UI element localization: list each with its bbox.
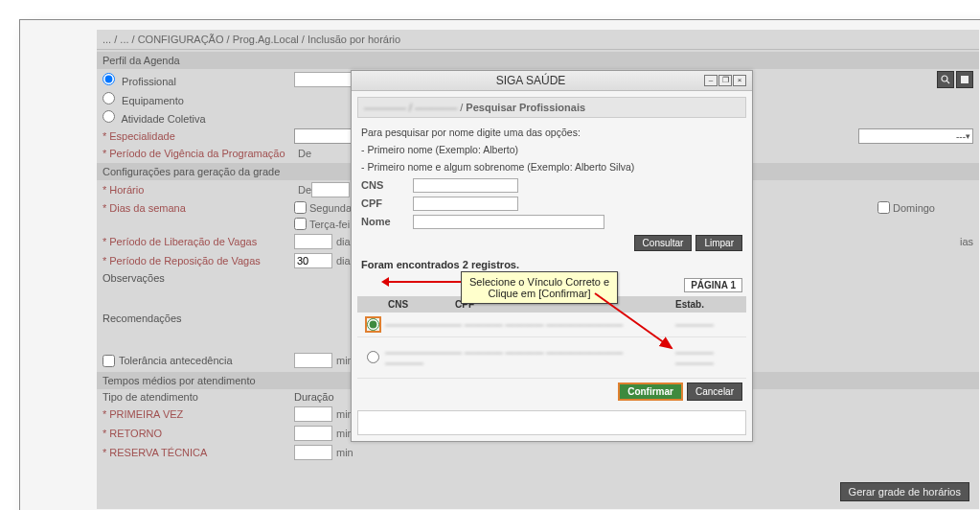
search-modal: SIGA SAÚDE – ❐ × ———— / ———— / ... / ...…	[351, 70, 753, 442]
result-radio-2[interactable]	[367, 351, 379, 363]
liberacao-label: Período de Liberação de Vagas	[109, 236, 257, 247]
list-icon[interactable]	[956, 71, 973, 88]
horario-de[interactable]	[311, 182, 350, 197]
found-text: Foram encontrados 2 registros.	[361, 259, 519, 270]
cancelar-button[interactable]: Cancelar	[687, 382, 742, 401]
reposicao-input[interactable]	[294, 253, 332, 268]
primeira-input[interactable]	[294, 406, 332, 422]
chk-domingo[interactable]	[877, 201, 890, 214]
minimize-icon[interactable]: –	[704, 75, 718, 86]
radio-atividade[interactable]	[103, 110, 115, 123]
section-perfil: Perfil da Agenda	[97, 52, 979, 69]
radio-atividade-label: Atividade Coletiva	[121, 113, 205, 125]
reserva-row: *RESERVA TÉCNICA min	[97, 443, 979, 462]
result-radio-1[interactable]	[367, 318, 379, 331]
svg-line-1	[946, 81, 949, 83]
chk-segunda[interactable]	[294, 201, 307, 214]
reserva-input[interactable]	[294, 445, 332, 460]
pagina-indicator[interactable]: PÁGINA 1	[684, 278, 742, 292]
chk-tolerancia[interactable]	[103, 355, 115, 367]
nome-row: Nome	[357, 213, 746, 231]
nome-input[interactable]	[413, 215, 604, 229]
modal-titlebar: SIGA SAÚDE – ❐ ×	[352, 71, 752, 91]
dias-label: Dias da semana	[109, 202, 186, 214]
breadcrumb: ... / ... / CONFIGURAÇÃO / Prog.Ag.Local…	[97, 30, 979, 50]
reposicao-label: Período de Reposição de Vagas	[109, 255, 261, 267]
svg-point-0	[942, 76, 947, 81]
hint-title: Para pesquisar por nome digite uma das o…	[357, 124, 746, 141]
gerar-grade-button[interactable]: Gerar grade de horários	[840, 482, 969, 501]
modal-body: ———— / ———— / ... / ... / Pesquisar Prof…	[352, 91, 752, 441]
result-row-2[interactable]: ———————— ———— ———— ———————————— ————————	[357, 337, 746, 379]
instruction-callout: Selecione o Vínculo Correto e Clique em …	[461, 271, 618, 304]
chk-terca[interactable]	[294, 218, 307, 230]
radio-equipamento[interactable]	[103, 92, 115, 104]
close-icon[interactable]: ×	[733, 75, 746, 86]
limpar-button[interactable]: Limpar	[695, 235, 742, 251]
search-icon[interactable]	[937, 71, 954, 88]
duracao-label: Duração	[294, 391, 334, 403]
cns-row: CNS	[357, 176, 746, 195]
ias-suffix: ias	[960, 236, 973, 247]
radio-equipamento-label: Equipamento	[122, 95, 184, 106]
confirmar-button[interactable]: Confirmar	[618, 382, 683, 401]
app-window: ... / ... / CONFIGURAÇÃO / Prog.Ag.Local…	[19, 19, 980, 510]
tolerancia-label: Tolerância antecedência	[119, 355, 233, 366]
consultar-button[interactable]: Consultar	[634, 235, 693, 251]
cpf-input[interactable]	[413, 197, 518, 211]
cns-input[interactable]	[413, 178, 518, 193]
tolerancia-input[interactable]	[294, 353, 332, 368]
horario-label: Horário	[109, 184, 144, 196]
liberacao-input[interactable]	[294, 234, 332, 249]
tipo-label: Tipo de atendimento	[103, 391, 294, 403]
de-label: De	[298, 148, 311, 159]
result-row-1[interactable]: ———————— ———— ———— ———————— ————	[357, 313, 746, 337]
breadcrumb-text: ... / ... / CONFIGURAÇÃO / Prog.Ag.Local…	[103, 34, 400, 45]
svg-rect-2	[961, 76, 969, 83]
retorno-input[interactable]	[294, 426, 332, 441]
radio-profissional-label: Profissional	[122, 76, 176, 87]
rec-label: Recomendações	[103, 313, 294, 324]
hint-2: - Primeiro nome e algum sobrenome (Exemp…	[357, 158, 746, 175]
radio-profissional[interactable]	[103, 73, 115, 85]
modal-breadcrumb: ———— / ———— / ... / ... / Pesquisar Prof…	[357, 97, 746, 118]
modal-footer-area	[357, 410, 746, 435]
maximize-icon[interactable]: ❐	[718, 75, 732, 86]
obs-label: Observações	[103, 272, 294, 284]
especialidade-select-right[interactable]: ---	[858, 128, 973, 144]
hint-1: - Primeiro nome (Exemplo: Alberto)	[357, 141, 746, 158]
periodo-vigencia-label: Período de Vigência da Programação	[109, 148, 285, 159]
modal-title: SIGA SAÚDE	[357, 74, 704, 87]
arrow-to-radio	[384, 281, 461, 283]
cpf-row: CPF	[357, 195, 746, 213]
especialidade-label: Especialidade	[109, 130, 175, 142]
